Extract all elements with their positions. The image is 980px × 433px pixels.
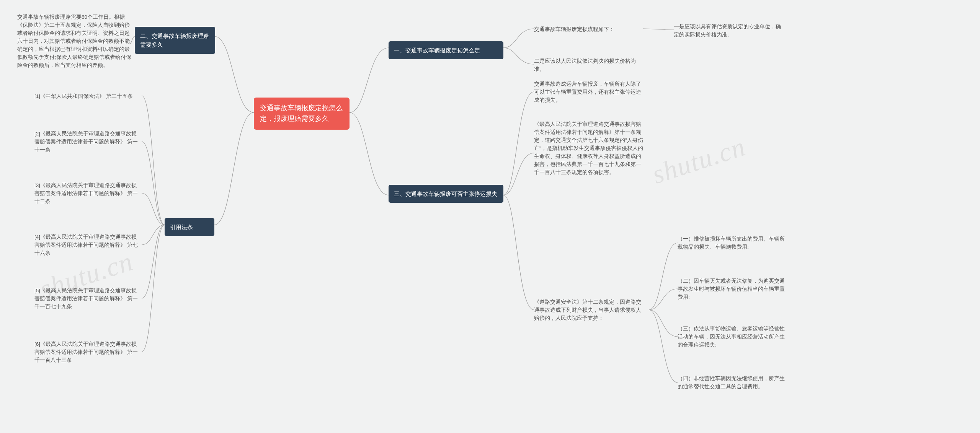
ref-5: [5]《最高人民法院关于审理道路交通事故损害赔偿案件适用法律若干问题的解释》 第… — [34, 287, 142, 311]
section-3-node[interactable]: 三、交通事故车辆报废可否主张停运损失 — [389, 185, 503, 203]
ref-1: [1]《中华人民共和国保险法》 第二十五条 — [34, 93, 142, 101]
section-3-p1: 交通事故造成运营车辆报废，车辆所有人除了可以主张车辆重置费用外，还有权主张停运造… — [534, 80, 645, 104]
watermark-icon: shutu.cn — [648, 131, 750, 190]
ref-6: [6]《最高人民法院关于审理道路交通事故损害赔偿案件适用法律若干问题的解释》 第… — [34, 340, 142, 365]
section-3-p3: 《道路交通安全法》第十二条规定，因道路交通事故造成下列财产损失，当事人请求侵权人… — [534, 298, 645, 322]
section-1-node[interactable]: 一、交通事故车辆报废定损怎么定 — [389, 41, 503, 59]
section-2-body: 交通事故车辆报废理赔需要60个工作日。根据《保险法》第二十五条规定，保险人自收到… — [17, 13, 132, 69]
root-node[interactable]: 交通事故车辆报废定损怎么定，报废理赔需要多久 — [254, 98, 350, 130]
section-3-sub-a: （一）维修被损坏车辆所支出的费用、车辆所载物品的损失、车辆施救费用; — [678, 235, 789, 251]
section-1-intro: 交通事故车辆报废定损流程如下： — [534, 26, 641, 34]
ref-4: [4]《最高人民法院关于审理道路交通事故损害赔偿案件适用法律若干问题的解释》 第… — [34, 233, 142, 257]
section-1-item-1: 一是应该以具有评估资质认定的专业单位，确定的实际损失价格为准; — [674, 23, 785, 39]
section-3-sub-c: （三）依法从事货物运输、旅客运输等经营性活动的车辆，因无法从事相应经营活动所产生… — [678, 325, 789, 349]
refs-node[interactable]: 引用法条 — [165, 218, 214, 236]
section-2-node[interactable]: 二、交通事故车辆报废理赔需要多久 — [135, 27, 215, 54]
mindmap-canvas: shutu.cn shutu.cn — [0, 0, 980, 433]
section-1-item-2: 二是应该以人民法院依法判决的损失价格为准。 — [534, 57, 645, 73]
ref-3: [3]《最高人民法院关于审理道路交通事故损害赔偿案件适用法律若干问题的解释》 第… — [34, 182, 142, 206]
section-3-p2: 《最高人民法院关于审理道路交通事故损害赔偿案件适用法律若干问题的解释》第十一条规… — [534, 120, 645, 176]
ref-2: [2]《最高人民法院关于审理道路交通事故损害赔偿案件适用法律若干问题的解释》 第… — [34, 130, 142, 154]
section-3-sub-b: （二）因车辆灭失或者无法修复，为购买交通事故发生时与被损坏车辆价值相当的车辆重置… — [678, 277, 789, 301]
section-3-sub-d: （四）非经营性车辆因无法继续使用，所产生的通常替代性交通工具的合理费用。 — [678, 375, 789, 391]
connector-lines — [0, 0, 980, 433]
